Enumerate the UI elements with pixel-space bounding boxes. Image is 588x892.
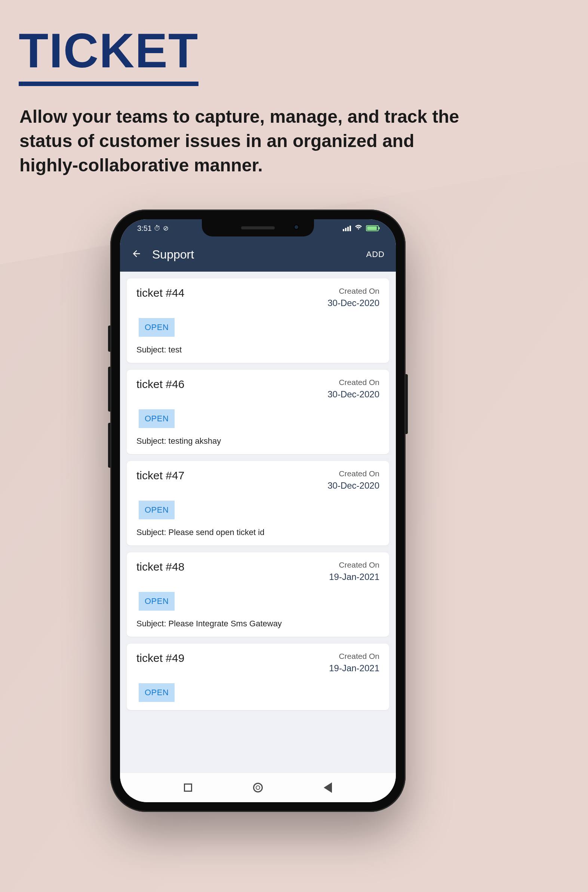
created-on-label: Created On — [329, 561, 380, 570]
subject-prefix: Subject: — [136, 345, 169, 354]
ticket-card[interactable]: ticket #49 Created On 19-Jan-2021 OPEN — [127, 644, 389, 710]
ticket-subject: Subject: Please send open ticket id — [136, 528, 380, 537]
status-badge: OPEN — [139, 318, 175, 337]
nav-back-button[interactable] — [324, 782, 332, 793]
created-on-label: Created On — [327, 469, 380, 478]
subject-prefix: Subject: — [136, 619, 169, 628]
ticket-subject: Subject: Please Integrate Sms Gateway — [136, 619, 380, 629]
status-badge: OPEN — [139, 409, 175, 428]
phone-camera — [294, 224, 299, 230]
wifi-icon — [355, 224, 362, 232]
ticket-title: ticket #48 — [136, 561, 184, 573]
status-badge: OPEN — [139, 501, 175, 519]
ticket-title: ticket #44 — [136, 287, 184, 299]
status-bar-left: 3:51 ⏱ ⊘ — [130, 224, 169, 233]
created-on-label: Created On — [327, 378, 380, 387]
status-badge: OPEN — [139, 592, 175, 611]
subject-text: test — [169, 345, 182, 354]
add-button[interactable]: ADD — [366, 250, 385, 259]
created-on-date: 30-Dec-2020 — [327, 480, 380, 491]
phone-side-button — [108, 325, 110, 352]
created-on-date: 19-Jan-2021 — [329, 572, 380, 582]
page-description: Allow your teams to capture, manage, and… — [20, 105, 468, 177]
phone-notch — [202, 219, 314, 236]
ticket-title: ticket #46 — [136, 378, 184, 391]
android-nav-bar — [120, 773, 396, 802]
subject-text: testing akshay — [169, 436, 221, 446]
phone-speaker — [241, 226, 275, 229]
ticket-subject: Subject: test — [136, 345, 380, 355]
created-on-date: 19-Jan-2021 — [329, 663, 380, 674]
created-on-label: Created On — [327, 287, 380, 296]
phone-volume-down — [108, 423, 110, 468]
status-time: 3:51 — [137, 224, 152, 233]
ticket-list[interactable]: ticket #44 Created On 30-Dec-2020 OPEN S… — [120, 272, 396, 773]
ticket-card[interactable]: ticket #48 Created On 19-Jan-2021 OPEN S… — [127, 552, 389, 637]
phone-volume-up — [108, 367, 110, 412]
app-header-title: Support — [152, 248, 356, 262]
created-on-date: 30-Dec-2020 — [327, 389, 380, 400]
subject-text: Please send open ticket id — [169, 528, 265, 537]
ticket-subject: Subject: testing akshay — [136, 436, 380, 446]
battery-icon — [366, 225, 379, 231]
phone-screen: 3:51 ⏱ ⊘ Support ADD — [120, 219, 396, 802]
status-badge: OPEN — [139, 683, 175, 702]
status-bar-right — [343, 224, 386, 232]
alarm-icon: ⏱ — [154, 224, 161, 232]
ticket-title: ticket #49 — [136, 652, 184, 665]
ticket-card[interactable]: ticket #47 Created On 30-Dec-2020 OPEN S… — [127, 461, 389, 546]
ticket-card[interactable]: ticket #46 Created On 30-Dec-2020 OPEN S… — [127, 370, 389, 454]
subject-text: Please Integrate Sms Gateway — [169, 619, 282, 628]
ticket-title: ticket #47 — [136, 469, 184, 482]
signal-icon — [343, 226, 351, 231]
subject-prefix: Subject: — [136, 528, 169, 537]
created-on-label: Created On — [329, 652, 380, 661]
page-title: TICKET — [19, 26, 198, 86]
app-header: Support ADD — [120, 237, 396, 272]
ticket-card[interactable]: ticket #44 Created On 30-Dec-2020 OPEN S… — [127, 278, 389, 363]
back-button[interactable] — [131, 248, 142, 261]
subject-prefix: Subject: — [136, 436, 169, 446]
dnd-icon: ⊘ — [163, 224, 169, 232]
phone-power-button — [406, 374, 408, 434]
phone-frame: 3:51 ⏱ ⊘ Support ADD — [110, 209, 406, 812]
nav-home-button[interactable] — [253, 783, 263, 793]
created-on-date: 30-Dec-2020 — [327, 298, 380, 308]
nav-recent-button[interactable] — [184, 784, 192, 792]
